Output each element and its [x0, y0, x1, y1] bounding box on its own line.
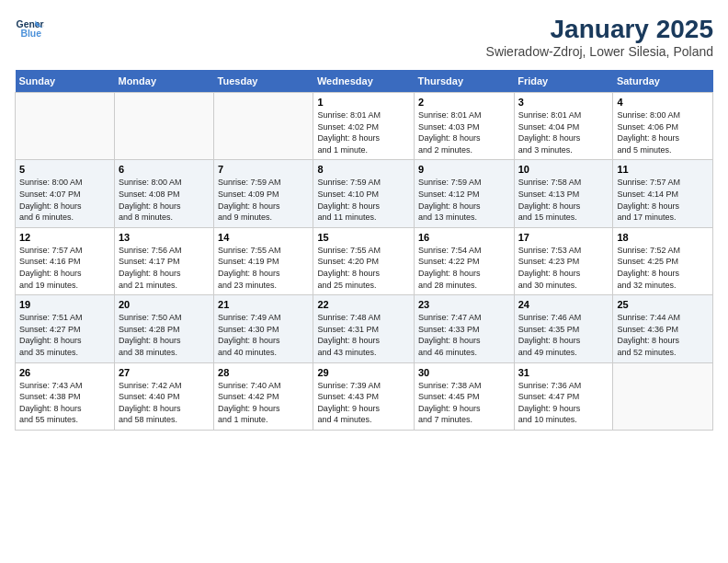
calendar-cell: 2Sunrise: 8:01 AM Sunset: 4:03 PM Daylig…	[414, 93, 514, 160]
calendar-cell	[114, 93, 213, 160]
page-header: General Blue January 2025 Swieradow-Zdro…	[15, 15, 713, 59]
title-block: January 2025 Swieradow-Zdroj, Lower Sile…	[486, 15, 713, 59]
day-number: 31	[518, 367, 609, 378]
logo: General Blue	[15, 15, 44, 44]
day-info: Sunrise: 8:01 AM Sunset: 4:02 PM Dayligh…	[317, 109, 410, 155]
day-info: Sunrise: 7:58 AM Sunset: 4:13 PM Dayligh…	[518, 177, 609, 223]
day-number: 9	[418, 164, 510, 175]
day-number: 18	[617, 232, 709, 243]
calendar-cell: 8Sunrise: 7:59 AM Sunset: 4:10 PM Daylig…	[313, 160, 415, 227]
day-info: Sunrise: 7:51 AM Sunset: 4:27 PM Dayligh…	[19, 312, 110, 358]
day-info: Sunrise: 8:00 AM Sunset: 4:06 PM Dayligh…	[617, 109, 709, 155]
calendar-cell: 25Sunrise: 7:44 AM Sunset: 4:36 PM Dayli…	[613, 295, 713, 362]
calendar-cell: 5Sunrise: 8:00 AM Sunset: 4:07 PM Daylig…	[16, 160, 115, 227]
day-number: 19	[19, 299, 110, 310]
calendar-cell: 19Sunrise: 7:51 AM Sunset: 4:27 PM Dayli…	[16, 295, 115, 362]
calendar-cell: 16Sunrise: 7:54 AM Sunset: 4:22 PM Dayli…	[414, 227, 514, 294]
day-info: Sunrise: 8:01 AM Sunset: 4:04 PM Dayligh…	[518, 109, 609, 155]
subtitle: Swieradow-Zdroj, Lower Silesia, Poland	[486, 44, 713, 59]
day-number: 22	[317, 299, 410, 310]
day-number: 11	[617, 164, 709, 175]
day-number: 24	[518, 299, 609, 310]
day-info: Sunrise: 7:55 AM Sunset: 4:20 PM Dayligh…	[317, 245, 410, 291]
day-number: 5	[19, 164, 110, 175]
header-monday: Monday	[114, 70, 213, 93]
calendar-cell: 9Sunrise: 7:59 AM Sunset: 4:12 PM Daylig…	[414, 160, 514, 227]
day-number: 17	[518, 232, 609, 243]
calendar-table: Sunday Monday Tuesday Wednesday Thursday…	[15, 70, 713, 431]
day-info: Sunrise: 7:39 AM Sunset: 4:43 PM Dayligh…	[317, 380, 410, 426]
calendar-cell: 6Sunrise: 8:00 AM Sunset: 4:08 PM Daylig…	[114, 160, 213, 227]
header-wednesday: Wednesday	[313, 70, 415, 93]
day-info: Sunrise: 7:57 AM Sunset: 4:14 PM Dayligh…	[617, 177, 709, 223]
day-number: 1	[317, 97, 410, 108]
calendar-cell: 1Sunrise: 8:01 AM Sunset: 4:02 PM Daylig…	[313, 93, 415, 160]
day-info: Sunrise: 7:36 AM Sunset: 4:47 PM Dayligh…	[518, 380, 609, 426]
calendar-cell: 18Sunrise: 7:52 AM Sunset: 4:25 PM Dayli…	[613, 227, 713, 294]
header-tuesday: Tuesday	[214, 70, 313, 93]
day-number: 29	[317, 367, 410, 378]
calendar-cell: 13Sunrise: 7:56 AM Sunset: 4:17 PM Dayli…	[114, 227, 213, 294]
calendar-week-2: 5Sunrise: 8:00 AM Sunset: 4:07 PM Daylig…	[16, 160, 713, 227]
day-number: 21	[218, 299, 309, 310]
day-number: 16	[418, 232, 510, 243]
day-number: 2	[418, 97, 510, 108]
calendar-cell: 4Sunrise: 8:00 AM Sunset: 4:06 PM Daylig…	[613, 93, 713, 160]
day-info: Sunrise: 7:59 AM Sunset: 4:12 PM Dayligh…	[418, 177, 510, 223]
day-number: 15	[317, 232, 410, 243]
day-info: Sunrise: 7:43 AM Sunset: 4:38 PM Dayligh…	[19, 380, 110, 426]
day-number: 12	[19, 232, 110, 243]
day-info: Sunrise: 7:57 AM Sunset: 4:16 PM Dayligh…	[19, 245, 110, 291]
day-info: Sunrise: 7:49 AM Sunset: 4:30 PM Dayligh…	[218, 312, 309, 358]
svg-text:Blue: Blue	[20, 29, 41, 39]
day-number: 20	[119, 299, 210, 310]
day-info: Sunrise: 7:50 AM Sunset: 4:28 PM Dayligh…	[119, 312, 210, 358]
header-saturday: Saturday	[613, 70, 713, 93]
day-info: Sunrise: 7:53 AM Sunset: 4:23 PM Dayligh…	[518, 245, 609, 291]
day-info: Sunrise: 8:00 AM Sunset: 4:08 PM Dayligh…	[119, 177, 210, 223]
calendar-cell: 29Sunrise: 7:39 AM Sunset: 4:43 PM Dayli…	[313, 362, 415, 430]
calendar-cell: 28Sunrise: 7:40 AM Sunset: 4:42 PM Dayli…	[214, 362, 313, 430]
calendar-week-3: 12Sunrise: 7:57 AM Sunset: 4:16 PM Dayli…	[16, 227, 713, 294]
day-info: Sunrise: 7:40 AM Sunset: 4:42 PM Dayligh…	[218, 380, 309, 426]
calendar-cell: 12Sunrise: 7:57 AM Sunset: 4:16 PM Dayli…	[16, 227, 115, 294]
calendar-week-5: 26Sunrise: 7:43 AM Sunset: 4:38 PM Dayli…	[16, 362, 713, 430]
calendar-cell: 30Sunrise: 7:38 AM Sunset: 4:45 PM Dayli…	[414, 362, 514, 430]
day-number: 26	[19, 367, 110, 378]
header-row: Sunday Monday Tuesday Wednesday Thursday…	[16, 70, 713, 93]
day-info: Sunrise: 7:52 AM Sunset: 4:25 PM Dayligh…	[617, 245, 709, 291]
day-number: 13	[119, 232, 210, 243]
day-info: Sunrise: 7:38 AM Sunset: 4:45 PM Dayligh…	[418, 380, 510, 426]
day-number: 8	[317, 164, 410, 175]
calendar-cell: 10Sunrise: 7:58 AM Sunset: 4:13 PM Dayli…	[514, 160, 613, 227]
calendar-cell: 20Sunrise: 7:50 AM Sunset: 4:28 PM Dayli…	[114, 295, 213, 362]
calendar-cell: 22Sunrise: 7:48 AM Sunset: 4:31 PM Dayli…	[313, 295, 415, 362]
day-info: Sunrise: 7:44 AM Sunset: 4:36 PM Dayligh…	[617, 312, 709, 358]
day-number: 7	[218, 164, 309, 175]
calendar-cell: 26Sunrise: 7:43 AM Sunset: 4:38 PM Dayli…	[16, 362, 115, 430]
calendar-week-4: 19Sunrise: 7:51 AM Sunset: 4:27 PM Dayli…	[16, 295, 713, 362]
logo-icon: General Blue	[15, 15, 44, 44]
day-number: 25	[617, 299, 709, 310]
day-number: 10	[518, 164, 609, 175]
day-number: 27	[119, 367, 210, 378]
day-info: Sunrise: 7:48 AM Sunset: 4:31 PM Dayligh…	[317, 312, 410, 358]
day-info: Sunrise: 8:00 AM Sunset: 4:07 PM Dayligh…	[19, 177, 110, 223]
day-number: 23	[418, 299, 510, 310]
main-title: January 2025	[486, 15, 713, 44]
calendar-cell: 31Sunrise: 7:36 AM Sunset: 4:47 PM Dayli…	[514, 362, 613, 430]
day-number: 28	[218, 367, 309, 378]
calendar-cell	[16, 93, 115, 160]
day-number: 6	[119, 164, 210, 175]
calendar-week-1: 1Sunrise: 8:01 AM Sunset: 4:02 PM Daylig…	[16, 93, 713, 160]
header-sunday: Sunday	[16, 70, 115, 93]
day-info: Sunrise: 7:42 AM Sunset: 4:40 PM Dayligh…	[119, 380, 210, 426]
calendar-cell: 3Sunrise: 8:01 AM Sunset: 4:04 PM Daylig…	[514, 93, 613, 160]
day-number: 30	[418, 367, 510, 378]
calendar-body: 1Sunrise: 8:01 AM Sunset: 4:02 PM Daylig…	[16, 93, 713, 431]
day-info: Sunrise: 7:59 AM Sunset: 4:10 PM Dayligh…	[317, 177, 410, 223]
calendar-cell: 7Sunrise: 7:59 AM Sunset: 4:09 PM Daylig…	[214, 160, 313, 227]
calendar-cell: 17Sunrise: 7:53 AM Sunset: 4:23 PM Dayli…	[514, 227, 613, 294]
calendar-cell: 15Sunrise: 7:55 AM Sunset: 4:20 PM Dayli…	[313, 227, 415, 294]
calendar-cell	[613, 362, 713, 430]
